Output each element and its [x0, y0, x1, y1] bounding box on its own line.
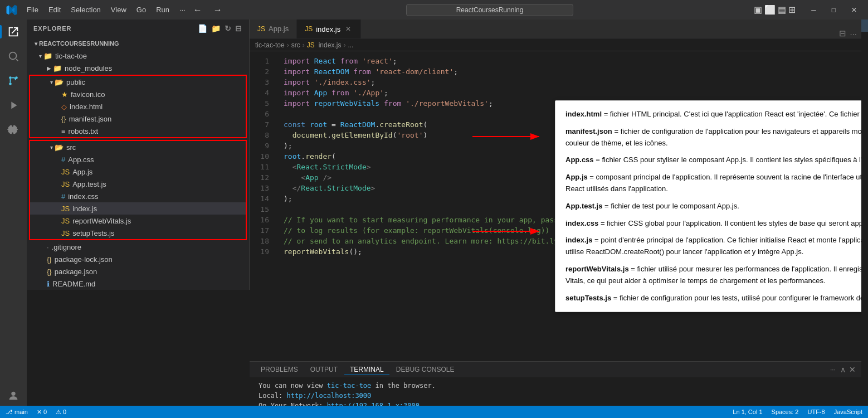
activity-account-icon[interactable] — [3, 386, 23, 406]
file-setuptests[interactable]: JS setupTests.js — [30, 227, 246, 239]
activity-run-icon[interactable] — [3, 95, 23, 115]
tooltip-text-appcss: = fichier CSS pour styliser le composant… — [596, 155, 861, 164]
status-encoding[interactable]: UTF-8 — [807, 409, 825, 415]
layout-editor-icon[interactable]: ⬜ — [764, 4, 776, 15]
maximize-button[interactable]: □ — [826, 4, 841, 16]
menu-more[interactable]: ··· — [175, 3, 190, 16]
breadcrumb-src[interactable]: src — [291, 41, 300, 49]
file-indexjs[interactable]: JS index.js — [30, 202, 246, 215]
status-errors[interactable]: ✕ 0 — [37, 409, 47, 416]
tooltip-text-indexjs: = point d'entrée principal de l'applicat… — [565, 236, 861, 256]
tab-close-button[interactable]: ✕ — [344, 25, 353, 33]
tooltip-entry-manifest: manifest.json = fichier de configuration… — [565, 126, 861, 149]
panel-expand-icon[interactable]: ∧ — [840, 365, 846, 374]
folder-closed-icon: 📁 — [53, 64, 62, 72]
panel-tab-debug[interactable]: DEBUG CONSOLE — [391, 364, 460, 375]
status-language-label: JavaScript — [834, 409, 862, 415]
star-icon: ★ — [61, 90, 68, 99]
file-manifest[interactable]: {} manifest.json — [30, 113, 246, 125]
activity-extensions-icon[interactable] — [3, 120, 23, 140]
code-line-3: import './index.css'; — [284, 77, 852, 88]
titlebar-menu: File Edit Selection View Go Run ··· — [22, 3, 190, 16]
panel-tab-terminal[interactable]: TERMINAL — [344, 364, 389, 375]
git-branch-icon: ⎇ — [6, 409, 13, 416]
svg-point-1 — [9, 76, 12, 79]
src-chevron: ▾ — [50, 144, 53, 150]
split-editor-icon[interactable]: ⊟ — [839, 28, 846, 38]
folder-nodemodules[interactable]: ▶ 📁 node_modules — [27, 62, 249, 74]
collapse-all-icon[interactable]: ⊟ — [235, 24, 242, 33]
layout-more-icon[interactable]: ⊞ — [788, 4, 796, 15]
panel-tab-problems[interactable]: PROBLEMS — [255, 364, 304, 375]
more-tabs-icon[interactable]: ··· — [850, 29, 857, 38]
menu-edit[interactable]: Edit — [44, 3, 65, 16]
nav-forward-button[interactable]: → — [210, 4, 226, 16]
file-indexcss[interactable]: # index.css — [30, 190, 246, 202]
file-indexhtml[interactable]: ◇ index.html — [30, 100, 246, 113]
new-file-icon[interactable]: 📄 — [198, 24, 208, 33]
file-appcss[interactable]: # App.css — [30, 153, 246, 166]
folder-public[interactable]: ▾ 📂 public — [30, 76, 246, 88]
svg-point-2 — [9, 82, 12, 85]
breadcrumb-indexjs[interactable]: index.js — [319, 41, 342, 49]
breadcrumb-tictactoe[interactable]: tic-tac-toe — [255, 41, 285, 49]
editor-area: JS App.js JS index.js ✕ ⊟ ··· tic-tac-to… — [250, 20, 861, 406]
file-appjs[interactable]: JS App.js — [30, 166, 246, 178]
panel-tab-output[interactable]: OUTPUT — [305, 364, 343, 375]
dot-icon: · — [47, 243, 49, 251]
file-apptestjs[interactable]: JS App.test.js — [30, 178, 246, 190]
menu-view[interactable]: View — [106, 3, 131, 16]
tooltip-text-appjs: = composant principal de l'application. … — [565, 173, 861, 193]
code-line-1: import React from 'react'; — [284, 56, 852, 66]
right-edge-panel — [861, 32, 868, 406]
breadcrumb-dots[interactable]: ... — [348, 41, 353, 49]
tabs-bar: JS App.js JS index.js ✕ ⊟ ··· — [250, 20, 861, 39]
public-chevron: ▾ — [50, 79, 53, 85]
status-spaces[interactable]: Spaces: 2 — [772, 409, 799, 415]
refresh-icon[interactable]: ↻ — [225, 24, 232, 33]
file-favicon[interactable]: ★ favicon.ico — [30, 88, 246, 100]
file-reportwebvitals[interactable]: JS reportWebVitals.js — [30, 215, 246, 227]
tab-indexjs[interactable]: JS index.js ✕ — [297, 20, 361, 38]
menu-selection[interactable]: Selection — [66, 3, 105, 16]
activity-search-icon[interactable] — [3, 46, 23, 66]
status-git[interactable]: ⎇ main — [6, 409, 28, 416]
html-icon: ◇ — [61, 103, 67, 111]
file-readme-label: README.md — [52, 280, 95, 288]
layout-panel-icon[interactable]: ▤ — [778, 4, 786, 15]
layout-sidebar-icon[interactable]: ▣ — [754, 4, 762, 15]
svg-point-0 — [9, 52, 17, 60]
nav-back-button[interactable]: ← — [190, 4, 206, 16]
file-packagelockjson[interactable]: {} package-lock.json — [27, 253, 249, 265]
tooltip-text-setuptests: = fichier de configuration pour les test… — [613, 294, 861, 302]
close-button[interactable]: ✕ — [846, 4, 862, 16]
folder-tictactoe[interactable]: ▾ 📁 tic-tac-toe — [27, 50, 249, 62]
file-robots[interactable]: ≡ robots.txt — [30, 125, 246, 137]
activity-git-icon[interactable] — [3, 71, 23, 91]
menu-run[interactable]: Run — [152, 3, 174, 16]
tooltip-key-indexjs: index.js — [565, 236, 592, 244]
js-icon1: JS — [61, 168, 70, 176]
panel-more-icon[interactable]: ··· — [830, 366, 836, 373]
src-section-highlight: ▾ 📂 src # App.css JS App.js JS App.te — [29, 140, 247, 240]
search-input[interactable]: ReactCoursesRunning — [406, 4, 573, 16]
file-packagejson[interactable]: {} package.json — [27, 265, 249, 278]
workspace-item[interactable]: ▾ REACTCOURSESRUNNING — [27, 37, 249, 50]
activity-explorer-icon[interactable] — [3, 22, 23, 42]
panel-close-icon[interactable]: ✕ — [849, 365, 856, 374]
file-readme[interactable]: ℹ README.md — [27, 278, 249, 290]
tab-appjs[interactable]: JS App.js — [250, 20, 297, 38]
folder-src[interactable]: ▾ 📂 src — [30, 141, 246, 153]
new-folder-icon[interactable]: 📁 — [211, 24, 221, 33]
status-language[interactable]: JavaScript — [834, 409, 862, 415]
status-warnings[interactable]: ⚠ 0 — [56, 409, 66, 416]
code-line-2: import ReactDOM from 'react-dom/client'; — [284, 66, 852, 77]
tooltip-key-reportwebvitals: reportWebVitals.js — [565, 265, 629, 273]
json-icon2: {} — [47, 255, 52, 264]
menu-file[interactable]: File — [22, 3, 43, 16]
minimize-button[interactable]: ─ — [806, 4, 822, 16]
menu-go[interactable]: Go — [132, 3, 150, 16]
file-gitignore[interactable]: · .gitignore — [27, 241, 249, 253]
sidebar: EXPLORER 📄 📁 ↻ ⊟ ▾ REACTCOURSESRUNNING ▾ — [27, 20, 250, 290]
status-position[interactable]: Ln 1, Col 1 — [733, 409, 762, 415]
